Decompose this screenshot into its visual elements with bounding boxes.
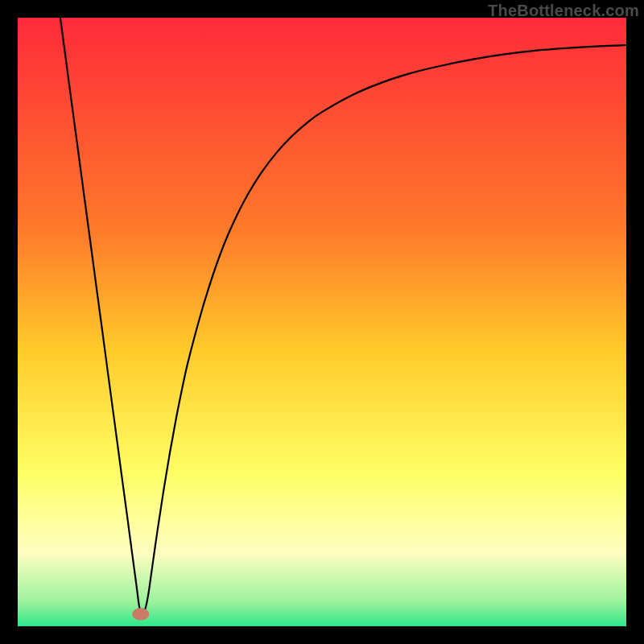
chart-frame: TheBottleneck.com	[0, 0, 644, 644]
watermark-text: TheBottleneck.com	[488, 2, 639, 20]
marker-dot	[132, 608, 149, 620]
gradient-background	[18, 18, 626, 626]
chart-svg	[18, 18, 626, 626]
plot-area	[18, 18, 626, 626]
